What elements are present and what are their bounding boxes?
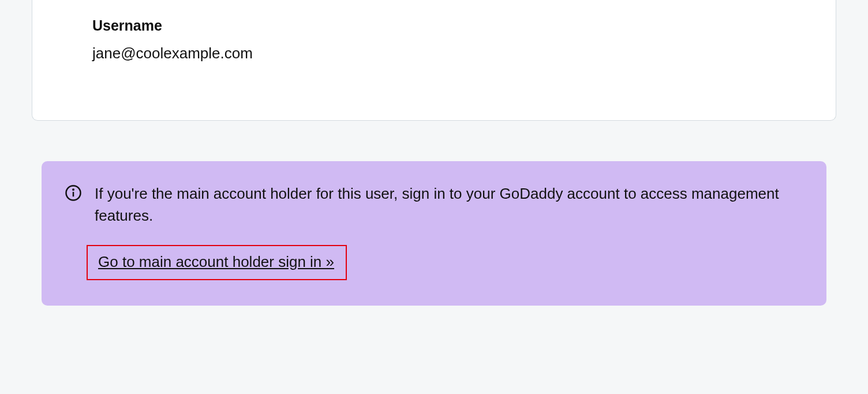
svg-point-2: [73, 189, 74, 190]
info-text: If you're the main account holder for th…: [95, 183, 803, 226]
info-row: If you're the main account holder for th…: [65, 183, 803, 226]
info-icon: [65, 184, 82, 202]
username-label: Username: [92, 17, 776, 34]
link-highlight-box: Go to main account holder sign in »: [87, 245, 347, 280]
user-info-card: Username jane@coolexample.com: [32, 0, 836, 121]
info-banner: If you're the main account holder for th…: [42, 161, 826, 306]
username-value: jane@coolexample.com: [92, 44, 776, 62]
main-account-signin-link[interactable]: Go to main account holder sign in »: [98, 253, 334, 270]
